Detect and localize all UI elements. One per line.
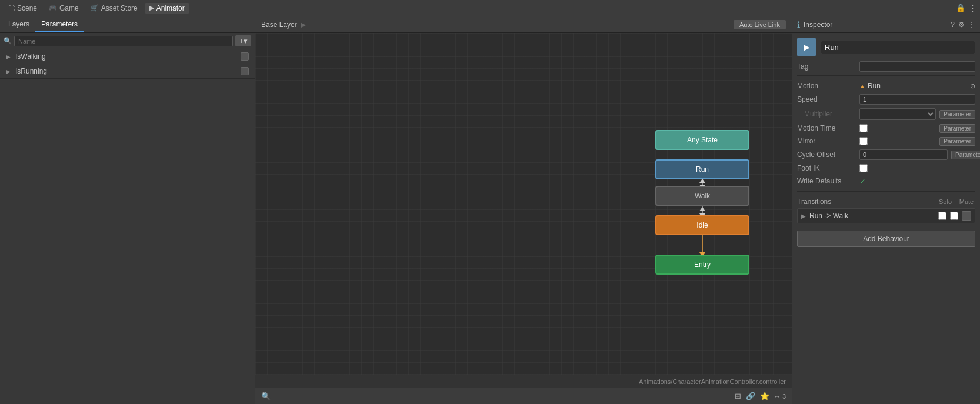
- motion-label: Motion: [797, 82, 856, 90]
- add-parameter-button[interactable]: +▾: [235, 35, 251, 46]
- list-item[interactable]: ▶ IsRunning: [0, 64, 255, 79]
- svg-marker-2: [699, 179, 705, 183]
- transition-mute-checkbox[interactable]: [950, 212, 958, 220]
- scene-icon: ⛶: [8, 5, 15, 12]
- tag-label: Tag: [797, 62, 856, 71]
- animator-icon: ▶: [149, 4, 154, 12]
- cycle-offset-row: Cycle Offset Parameter: [797, 148, 975, 162]
- motion-time-param-button[interactable]: Parameter: [939, 124, 975, 133]
- speed-input[interactable]: [859, 94, 975, 105]
- cycle-offset-input[interactable]: [859, 149, 948, 160]
- game-icon: 🎮: [49, 4, 57, 12]
- canvas-area[interactable]: Any State Run Walk Idle Entry: [255, 33, 792, 375]
- state-type-icon: ▶: [797, 38, 816, 56]
- multiplier-row: Multiplier Parameter: [797, 106, 975, 122]
- asset-store-label: Asset Store: [101, 4, 138, 12]
- help-icon[interactable]: ?: [951, 21, 955, 29]
- animator-tab[interactable]: ▶ Animator: [145, 3, 189, 14]
- motion-value: ▲ Run: [859, 82, 966, 90]
- asset-store-tab[interactable]: 🛒 Asset Store: [86, 3, 142, 14]
- motion-target-icon[interactable]: ⊙: [970, 82, 975, 90]
- inspector-content: ▶ Tag Motion ▲ Run ⊙ Speed: [792, 33, 980, 404]
- scene-tab[interactable]: ⛶ Scene: [4, 3, 42, 14]
- collapse-icon: ▶: [6, 54, 11, 60]
- param-name: IsRunning: [15, 67, 236, 75]
- param-checkbox[interactable]: [241, 52, 249, 61]
- walk-state-node[interactable]: Walk: [655, 186, 749, 206]
- parameter-list: ▶ IsWalking ▶ IsRunning: [0, 49, 255, 404]
- inspector-header: ℹ Inspector ? ⚙ ⋮: [792, 16, 980, 33]
- transition-collapse-icon: ▶: [801, 213, 806, 219]
- run-state-node[interactable]: Run: [655, 159, 749, 179]
- add-behaviour-button[interactable]: Add Behaviour: [797, 231, 975, 247]
- list-item[interactable]: ▶ IsWalking: [0, 49, 255, 64]
- multiplier-label: Multiplier: [797, 110, 856, 118]
- motion-time-row: Motion Time Parameter: [797, 122, 975, 135]
- tag-row: Tag: [797, 61, 975, 72]
- inspector-icon: ℹ: [797, 20, 800, 29]
- game-label: Game: [59, 4, 79, 12]
- write-defaults-row: Write Defaults ✓: [797, 175, 975, 188]
- cycle-offset-param-button[interactable]: Parameter: [951, 151, 980, 159]
- transition-solo-checkbox[interactable]: [938, 212, 946, 220]
- parameters-tab[interactable]: Parameters: [35, 18, 84, 32]
- multiplier-param-button[interactable]: Parameter: [939, 110, 975, 119]
- star-icon[interactable]: ⭐: [760, 392, 769, 400]
- param-checkbox[interactable]: [241, 67, 249, 75]
- animator-header: Base Layer ▶ Auto Live Link: [255, 16, 792, 33]
- more-icon[interactable]: ⋮: [969, 4, 976, 12]
- layer-count-icon: ↔: [774, 393, 781, 400]
- collapse-icon: ▶: [6, 68, 11, 75]
- write-defaults-label: Write Defaults: [797, 177, 856, 185]
- motion-time-checkbox[interactable]: [859, 124, 868, 132]
- game-tab[interactable]: 🎮 Game: [44, 3, 84, 14]
- idle-state-node[interactable]: Idle: [655, 215, 749, 235]
- breadcrumb: Base Layer: [261, 21, 297, 29]
- transition-name: Run -> Walk: [809, 212, 935, 220]
- tag-input[interactable]: [859, 61, 975, 72]
- scene-label: Scene: [17, 4, 37, 12]
- mute-col-header: Mute: [958, 198, 975, 205]
- cycle-offset-label: Cycle Offset: [797, 151, 856, 159]
- top-bar: ⛶ Scene 🎮 Game 🛒 Asset Store ▶ Animator …: [0, 0, 980, 16]
- foot-ik-row: Foot IK: [797, 162, 975, 175]
- entry-state-node[interactable]: Entry: [655, 255, 749, 275]
- mirror-param-button[interactable]: Parameter: [939, 137, 975, 146]
- svg-marker-5: [699, 207, 705, 211]
- inspector-panel: ℹ Inspector ? ⚙ ⋮ ▶ Tag Motion: [792, 16, 980, 404]
- asset-store-icon: 🛒: [91, 4, 99, 12]
- search-input[interactable]: [14, 36, 233, 46]
- bottom-toolbar: 🔍 ⊞ 🔗 ⭐ ↔ 3: [255, 388, 792, 404]
- layout-icon[interactable]: ⊞: [735, 392, 741, 400]
- auto-live-link-button[interactable]: Auto Live Link: [734, 20, 786, 29]
- more-icon[interactable]: ⋮: [968, 21, 975, 29]
- left-panel: Layers Parameters 🔍 +▾ ▶ IsWalking ▶ IsR…: [0, 16, 255, 404]
- settings-icon[interactable]: ⚙: [958, 21, 965, 29]
- search-icon: 🔍: [4, 37, 12, 45]
- foot-ik-label: Foot IK: [797, 164, 856, 172]
- transitions-label: Transitions: [797, 198, 933, 206]
- inspector-actions: ? ⚙ ⋮: [951, 21, 975, 29]
- state-name-input[interactable]: [821, 41, 975, 54]
- search-icon[interactable]: 🔍: [261, 392, 271, 400]
- any-state-node[interactable]: Any State: [655, 130, 749, 150]
- foot-ik-checkbox[interactable]: [859, 164, 868, 172]
- count-label: ↔ 3: [774, 393, 786, 400]
- transition-remove-button[interactable]: −: [962, 211, 971, 221]
- search-bar: 🔍 +▾: [0, 33, 255, 49]
- panel-tabs: Layers Parameters: [0, 16, 255, 33]
- section-divider-2: [797, 191, 975, 192]
- canvas-footer: Animations/CharacterAnimationController.…: [255, 375, 792, 388]
- layers-tab[interactable]: Layers: [2, 18, 35, 32]
- topbar-actions: 🔒 ⋮: [956, 4, 976, 12]
- link-icon[interactable]: 🔗: [746, 392, 755, 400]
- mirror-checkbox[interactable]: [859, 137, 868, 145]
- write-defaults-checkmark: ✓: [859, 177, 866, 186]
- asset-path: Animations/CharacterAnimationController.…: [639, 378, 786, 385]
- mirror-label: Mirror: [797, 137, 856, 145]
- transition-item[interactable]: ▶ Run -> Walk −: [797, 208, 975, 223]
- lock-icon[interactable]: 🔒: [956, 4, 965, 12]
- motion-clip-name: Run: [868, 82, 881, 90]
- motion-triangle-icon: ▲: [859, 83, 865, 89]
- multiplier-select[interactable]: [859, 108, 936, 120]
